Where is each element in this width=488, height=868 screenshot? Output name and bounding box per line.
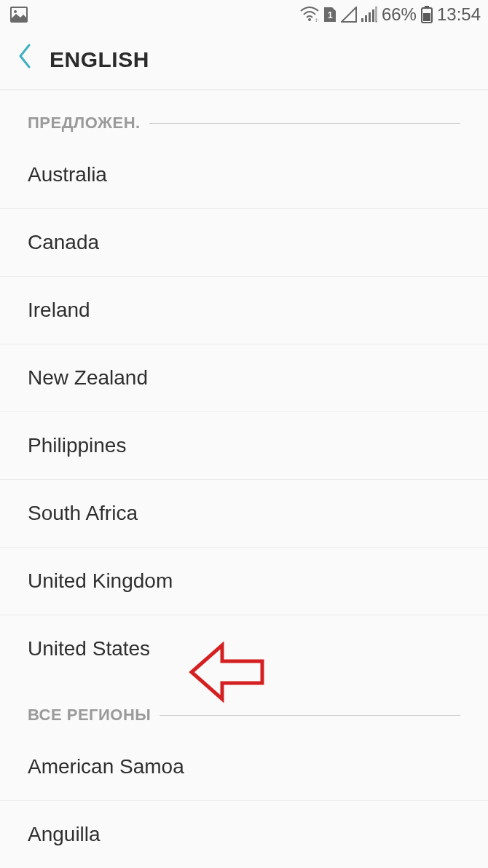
section-header-suggested: ПРЕДЛОЖЕН. (0, 90, 488, 141)
section-rule (149, 123, 460, 124)
list-item[interactable]: American Samoa (0, 733, 488, 801)
list-item[interactable]: United Kingdom (0, 548, 488, 615)
list-group-all-regions: American Samoa Anguilla (0, 733, 488, 868)
svg-point-1 (14, 10, 17, 13)
clock-time: 13:54 (437, 4, 481, 25)
svg-rect-5 (361, 18, 363, 22)
svg-point-2 (308, 18, 311, 21)
section-label-all-regions: ВСЕ РЕГИОНЫ (28, 706, 151, 725)
svg-rect-8 (372, 9, 374, 22)
battery-percentage: 66% (382, 4, 417, 25)
signal-empty-icon (341, 7, 357, 23)
svg-rect-7 (369, 12, 371, 22)
svg-rect-9 (376, 7, 377, 22)
list-item[interactable]: Philippines (0, 412, 488, 480)
status-right: ↕+ 1 66% (300, 4, 481, 25)
status-left (10, 7, 28, 23)
picture-icon (10, 7, 28, 23)
list-item[interactable]: Ireland (0, 277, 488, 344)
section-rule (160, 715, 460, 716)
list-item[interactable]: Anguilla (0, 801, 488, 868)
page-title: ENGLISH (50, 47, 149, 72)
list-item[interactable]: United States (0, 615, 488, 682)
svg-text:1: 1 (328, 10, 333, 20)
app-header: ENGLISH (0, 29, 488, 90)
back-button[interactable] (17, 44, 32, 75)
svg-rect-12 (423, 13, 430, 21)
svg-text:↕+: ↕+ (315, 17, 319, 23)
svg-rect-6 (365, 15, 367, 22)
list-item[interactable]: Canada (0, 209, 488, 277)
battery-icon (421, 6, 433, 23)
list-group-suggested: Australia Canada Ireland New Zealand Phi… (0, 141, 488, 682)
status-bar: ↕+ 1 66% (0, 0, 488, 29)
list-item[interactable]: South Africa (0, 480, 488, 548)
signal-bars-icon (361, 7, 377, 23)
wifi-icon: ↕+ (300, 7, 319, 23)
section-header-all-regions: ВСЕ РЕГИОНЫ (0, 682, 488, 733)
list-item[interactable]: Australia (0, 141, 488, 209)
list-item[interactable]: New Zealand (0, 344, 488, 412)
sim-icon: 1 (323, 7, 337, 23)
section-label-suggested: ПРЕДЛОЖЕН. (28, 114, 141, 133)
